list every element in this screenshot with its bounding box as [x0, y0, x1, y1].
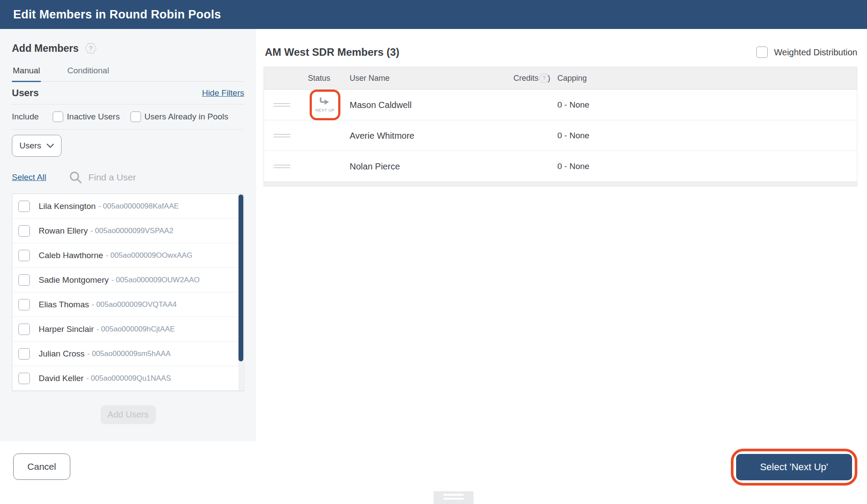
- list-item[interactable]: David Keller - 005ao000009Qu1NAAS: [12, 366, 244, 391]
- column-status: Status: [308, 74, 330, 83]
- edit-members-modal: Edit Members in Round Robin Pools Add Me…: [0, 0, 867, 504]
- user-name: Rowan Ellery: [39, 226, 88, 236]
- table-row: Nolan Pierce 0 - None: [264, 151, 857, 182]
- credits-help-icon[interactable]: ?: [539, 73, 549, 83]
- pool-members-panel: AM West SDR Members (3) Weighted Distrib…: [264, 29, 857, 187]
- user-id: - 005ao0000098KafAAE: [98, 202, 179, 211]
- user-name: Elias Thomas: [39, 300, 89, 310]
- drag-handle-icon[interactable]: [274, 132, 290, 139]
- hide-filters-link[interactable]: Hide Filters: [202, 88, 244, 98]
- user-name: Julian Cross: [39, 349, 85, 359]
- list-item[interactable]: Lila Kensington - 005ao0000098KafAAE: [12, 194, 244, 219]
- table-row: NEXT UP Mason Caldwell 0 - None: [264, 90, 857, 120]
- user-type-dropdown[interactable]: Users: [12, 135, 61, 157]
- user-checkbox[interactable]: [18, 324, 30, 335]
- tab-conditional[interactable]: Conditional: [66, 66, 110, 81]
- list-item[interactable]: Sadie Montgomery - 005ao000009OUW2AAO: [12, 268, 244, 292]
- include-label: Include: [12, 112, 39, 122]
- add-users-button[interactable]: Add Users: [101, 405, 156, 424]
- user-name: Caleb Hawthorne: [39, 251, 103, 260]
- users-already-in-pools-label: Users Already in Pools: [144, 112, 228, 122]
- member-name: Nolan Pierce: [350, 161, 400, 171]
- user-id: - 005ao000009OVQTAA4: [92, 300, 177, 309]
- user-name: David Keller: [39, 374, 83, 383]
- add-members-tabs: Manual Conditional: [12, 66, 244, 82]
- user-checkbox[interactable]: [18, 201, 30, 212]
- inactive-users-label: Inactive Users: [67, 112, 119, 122]
- drag-handle-icon[interactable]: [274, 101, 290, 108]
- user-checkbox[interactable]: [18, 274, 30, 286]
- inactive-users-checkbox[interactable]: [53, 112, 63, 122]
- panel-title: Add Members: [12, 43, 79, 54]
- member-capping: 0 - None: [557, 162, 589, 171]
- cancel-button[interactable]: Cancel: [13, 454, 70, 480]
- list-scrollbar-track: [238, 194, 243, 390]
- users-already-in-pools-checkbox[interactable]: [130, 112, 141, 122]
- tab-manual[interactable]: Manual: [12, 66, 41, 82]
- users-heading: Users: [12, 87, 39, 99]
- user-id: - 005ao0000099VSPAA2: [90, 227, 173, 235]
- user-id: - 005ao000009OOwxAAG: [106, 251, 193, 260]
- column-user-name: User Name: [350, 74, 390, 83]
- list-item[interactable]: Caleb Hawthorne - 005ao000009OOwxAAG: [12, 243, 244, 268]
- user-name: Lila Kensington: [39, 202, 96, 211]
- drag-handle-icon[interactable]: [274, 163, 290, 170]
- search-icon: [69, 171, 82, 184]
- resize-handle[interactable]: [434, 491, 473, 504]
- search-input[interactable]: [88, 172, 198, 183]
- select-next-up-annotation: Select 'Next Up': [731, 449, 857, 486]
- list-item[interactable]: Elias Thomas - 005ao000009OVQTAA4: [12, 292, 244, 317]
- members-table-footer: [264, 182, 857, 186]
- select-all-link[interactable]: Select All: [12, 173, 46, 182]
- help-icon[interactable]: ?: [85, 43, 97, 54]
- members-table: Status User Name Credits (0) ? Capping N…: [264, 67, 857, 187]
- member-capping: 0 - None: [557, 131, 589, 140]
- select-next-up-button[interactable]: Select 'Next Up': [736, 454, 852, 480]
- weighted-distribution-checkbox[interactable]: [756, 47, 768, 58]
- table-row: Averie Whitmore 0 - None: [264, 120, 857, 151]
- weighted-distribution-label: Weighted Distribution: [774, 47, 857, 58]
- user-id: - 005ao000009hCjtAAE: [97, 325, 175, 334]
- column-capping: Capping: [557, 74, 587, 83]
- list-item[interactable]: Rowan Ellery - 005ao0000099VSPAA2: [12, 219, 244, 243]
- user-type-dropdown-value: Users: [19, 141, 41, 151]
- user-id: - 005ao000009sm5hAAA: [87, 349, 171, 358]
- user-id: - 005ao000009OUW2AAO: [111, 276, 199, 284]
- member-name: Averie Whitmore: [350, 130, 414, 140]
- list-item[interactable]: Harper Sinclair - 005ao000009hCjtAAE: [12, 317, 244, 342]
- member-capping: 0 - None: [557, 100, 589, 110]
- include-filters-row: Include Inactive Users Users Already in …: [12, 104, 244, 130]
- next-up-status-badge: NEXT UP: [315, 108, 335, 112]
- modal-header: Edit Members in Round Robin Pools: [0, 0, 867, 29]
- pool-members-title: AM West SDR Members (3): [264, 46, 399, 58]
- user-checkbox[interactable]: [18, 250, 30, 261]
- user-id: - 005ao000009Qu1NAAS: [86, 374, 171, 383]
- next-up-annotation: NEXT UP: [310, 90, 340, 120]
- user-name: Sadie Montgomery: [39, 275, 108, 285]
- list-scrollbar-thumb[interactable]: [238, 194, 243, 361]
- user-checkbox[interactable]: [18, 225, 30, 237]
- user-name: Harper Sinclair: [39, 324, 94, 334]
- chevron-down-icon: [47, 144, 54, 148]
- modal-title: Edit Members in Round Robin Pools: [0, 0, 867, 29]
- member-name: Mason Caldwell: [350, 100, 412, 110]
- user-checkbox[interactable]: [18, 348, 30, 360]
- add-members-panel: Add Members ? Manual Conditional Users H…: [0, 29, 256, 441]
- list-item[interactable]: Julian Cross - 005ao000009sm5hAAA: [12, 342, 244, 366]
- user-checkbox[interactable]: [18, 299, 30, 310]
- members-table-header: Status User Name Credits (0) ? Capping: [264, 67, 857, 90]
- user-checkbox[interactable]: [18, 373, 30, 384]
- user-list: Lila Kensington - 005ao0000098KafAAE Row…: [12, 194, 244, 391]
- next-up-arrow-icon: [319, 97, 331, 106]
